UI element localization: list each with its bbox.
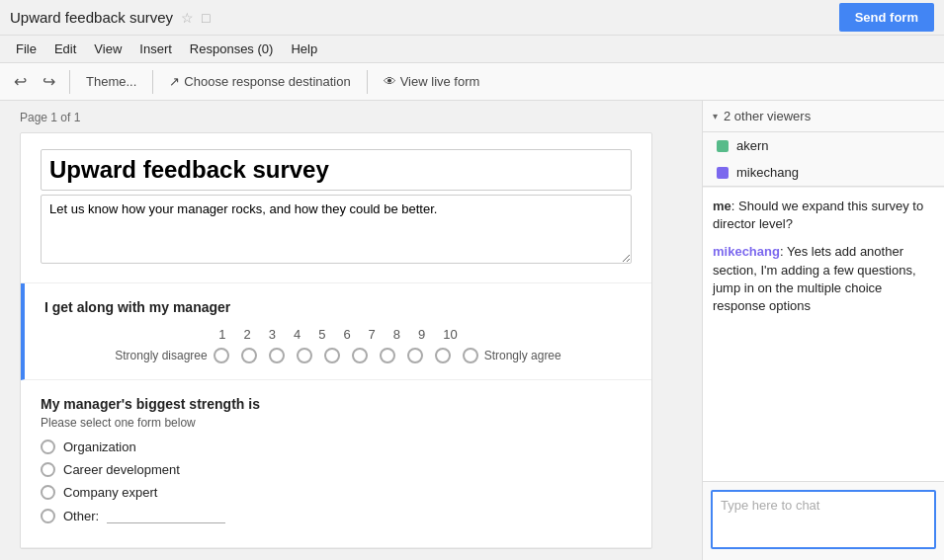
scale-label-right: Strongly agree (484, 349, 561, 362)
sidebar: ▾ 2 other viewers akern mikechang me: Sh… (702, 101, 944, 560)
scale-radio-4[interactable] (297, 348, 312, 363)
theme-button[interactable]: Theme... (78, 70, 144, 93)
mc-radio-other[interactable] (41, 509, 55, 523)
question-scale: I get along with my manager 1 2 3 4 5 6 … (21, 283, 651, 380)
form-card: Let us know how your manager rocks, and … (20, 132, 652, 549)
chat-message-1: me: Should we expand this survey to dire… (713, 198, 934, 233)
scale-radio-2[interactable] (241, 348, 257, 363)
viewer-akern: akern (703, 132, 944, 159)
toolbar: ↩ ↪ Theme... ↗ Choose response destinati… (0, 63, 944, 101)
scale-radio-7[interactable] (380, 348, 395, 363)
mc-option-organization: Organization (41, 440, 632, 454)
question-multiple-choice: My manager's biggest strength is Please … (21, 380, 651, 548)
viewer-list: akern mikechang (703, 132, 944, 187)
chat-text-1: Should we expand this survey to director… (713, 199, 923, 231)
page-label: Page 1 of 1 (20, 111, 682, 124)
chat-input[interactable] (711, 490, 936, 549)
menu-edit[interactable]: Edit (46, 39, 84, 59)
mc-radio-career[interactable] (41, 462, 55, 477)
mc-subtitle: Please select one form below (41, 416, 632, 430)
redo-button[interactable]: ↪ (37, 68, 61, 95)
form-area: Page 1 of 1 Let us know how your manager… (0, 101, 702, 560)
theme-label: Theme... (86, 74, 136, 89)
scale-radio-1[interactable] (214, 348, 229, 363)
mc-option-career: Career development (41, 462, 632, 477)
choose-destination-button[interactable]: ↗ Choose response destination (161, 70, 358, 93)
view-live-form-button[interactable]: 👁 View live form (376, 70, 488, 93)
viewer-mikechang: mikechang (703, 159, 944, 186)
scale-question-label: I get along with my manager (44, 299, 632, 315)
star-icon[interactable]: ☆ (181, 10, 194, 26)
scale-numbers: 1 2 3 4 5 6 7 8 9 10 (218, 327, 458, 342)
mc-option-other: Other: (41, 508, 632, 523)
document-title: Upward feedback survey (10, 9, 173, 26)
mc-option-label-career: Career development (63, 462, 180, 477)
view-live-label: View live form (400, 74, 480, 89)
mc-radio-company[interactable] (41, 485, 55, 500)
viewer-dot-akern (717, 140, 729, 152)
scale-radio-6[interactable] (352, 348, 368, 363)
toolbar-divider-2 (152, 70, 153, 94)
other-text-input[interactable] (107, 508, 225, 523)
chat-messages: me: Should we expand this survey to dire… (703, 187, 944, 481)
menu-view[interactable]: View (86, 39, 129, 59)
scale-radio-3[interactable] (269, 348, 285, 363)
mc-question-label: My manager's biggest strength is (41, 396, 632, 412)
viewer-name-akern: akern (736, 138, 769, 153)
viewer-dot-mikechang (717, 167, 729, 179)
menu-help[interactable]: Help (283, 39, 325, 59)
mc-option-label-organization: Organization (63, 440, 136, 454)
view-live-icon: 👁 (384, 74, 396, 89)
form-description-textarea[interactable]: Let us know how your manager rocks, and … (41, 195, 632, 264)
viewers-count-label: 2 other viewers (724, 109, 811, 123)
mc-radio-organization[interactable] (41, 440, 55, 454)
scale-container: 1 2 3 4 5 6 7 8 9 10 Strongly disagree (44, 327, 632, 363)
mc-option-label-company: Company expert (63, 485, 157, 500)
chat-sender-me: me (713, 199, 731, 213)
scale-radio-8[interactable] (407, 348, 423, 363)
chevron-down-icon: ▾ (713, 111, 718, 121)
scale-radio-10[interactable] (463, 348, 478, 363)
send-form-button[interactable]: Send form (839, 3, 934, 32)
chat-input-area (703, 481, 944, 560)
scale-radio-9[interactable] (435, 348, 451, 363)
scale-radios[interactable] (214, 348, 478, 363)
menu-file[interactable]: File (8, 39, 44, 59)
folder-icon[interactable]: □ (202, 10, 210, 26)
form-title-input[interactable] (41, 149, 632, 191)
chat-message-2: mikechang: Yes lets add another section,… (713, 243, 934, 315)
menu-responses[interactable]: Responses (0) (182, 39, 282, 59)
toolbar-divider-3 (367, 70, 368, 94)
choose-destination-label: Choose response destination (184, 74, 350, 89)
undo-button[interactable]: ↩ (8, 68, 33, 95)
scale-radio-5[interactable] (324, 348, 340, 363)
scale-label-left: Strongly disagree (115, 349, 207, 362)
menu-bar: File Edit View Insert Responses (0) Help (0, 36, 944, 63)
chat-sender-mikechang: mikechang (713, 244, 780, 259)
title-bar: Upward feedback survey ☆ □ Send form (0, 0, 944, 36)
mc-option-company: Company expert (41, 485, 632, 500)
viewer-name-mikechang: mikechang (736, 165, 799, 180)
menu-insert[interactable]: Insert (131, 39, 180, 59)
form-title-section: Let us know how your manager rocks, and … (21, 133, 651, 283)
mc-option-label-other: Other: (63, 509, 99, 523)
viewers-bar[interactable]: ▾ 2 other viewers (703, 101, 944, 132)
scale-labels-row: Strongly disagree (115, 348, 560, 363)
main-layout: Page 1 of 1 Let us know how your manager… (0, 101, 944, 560)
destination-icon: ↗ (169, 74, 180, 89)
toolbar-divider (69, 70, 70, 94)
